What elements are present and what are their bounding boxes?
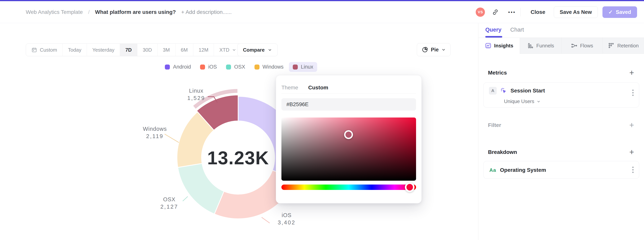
tab-flows[interactable]: Flows bbox=[561, 38, 603, 54]
range-label: Custom bbox=[40, 47, 57, 53]
range-today[interactable]: Today bbox=[63, 44, 87, 56]
avatar[interactable]: VS bbox=[476, 8, 485, 17]
chart-type-button[interactable]: Pie bbox=[417, 43, 450, 56]
check-icon: ✓ bbox=[608, 9, 613, 15]
query-sidebar: Query Chart Insights Funnels bbox=[478, 23, 644, 240]
add-description-button[interactable]: + Add description...... bbox=[181, 9, 232, 15]
chart-type-label: Pie bbox=[431, 47, 439, 53]
save-as-new-button[interactable]: Save As New bbox=[554, 6, 598, 18]
funnels-icon bbox=[527, 42, 534, 49]
slice-label-value: 1,529 bbox=[179, 94, 214, 102]
tab-query[interactable]: Query bbox=[485, 27, 502, 38]
breakdown-kebab-menu[interactable] bbox=[632, 167, 634, 173]
breakdown-card[interactable]: Aa Operating System bbox=[484, 161, 639, 179]
tab-custom[interactable]: Custom bbox=[308, 85, 328, 91]
aggregation-label: Unique Users bbox=[504, 98, 534, 104]
legend-swatch bbox=[200, 65, 205, 70]
breadcrumb-root[interactable]: Web Analytics Template bbox=[26, 9, 83, 15]
slice-label-name: OSX bbox=[148, 196, 190, 203]
range-label: 12M bbox=[199, 47, 208, 53]
retention-icon bbox=[608, 42, 614, 49]
legend-label: iOS bbox=[208, 64, 217, 70]
metric-card[interactable]: A Session Start Unique Users bbox=[484, 82, 639, 107]
more-menu-button[interactable]: ••• bbox=[506, 7, 517, 18]
slice-label-osx: OSX 2,127 bbox=[148, 196, 190, 210]
saturation-picker-handle[interactable] bbox=[344, 130, 353, 139]
range-6m[interactable]: 6M bbox=[176, 44, 193, 56]
legend-swatch bbox=[226, 65, 231, 70]
calendar-icon bbox=[31, 47, 37, 53]
range-label: Today bbox=[68, 47, 81, 53]
legend-swatch bbox=[165, 65, 170, 70]
tab-insights[interactable]: Insights bbox=[478, 38, 520, 54]
saturation-gradient-area[interactable] bbox=[282, 117, 416, 181]
popup-divider bbox=[282, 93, 416, 94]
add-breakdown-button[interactable]: + bbox=[628, 148, 636, 156]
legend-swatch bbox=[254, 65, 260, 70]
range-label: 7D bbox=[126, 47, 132, 53]
tab-theme[interactable]: Theme bbox=[282, 85, 298, 91]
chevron-down-icon bbox=[537, 100, 540, 103]
add-metric-button[interactable]: + bbox=[628, 69, 636, 77]
range-30d[interactable]: 30D bbox=[137, 44, 158, 56]
pie-chart-icon bbox=[422, 46, 428, 53]
header-divider bbox=[520, 8, 520, 16]
range-label: 30D bbox=[143, 47, 152, 53]
close-button[interactable]: Close bbox=[526, 9, 550, 15]
legend-item-ios[interactable]: iOS bbox=[196, 62, 221, 72]
tab-funnels[interactable]: Funnels bbox=[520, 38, 561, 54]
insights-icon bbox=[485, 42, 492, 49]
header: Web Analytics Template / What platform a… bbox=[0, 1, 644, 23]
legend-swatch bbox=[293, 65, 298, 70]
compare-button[interactable]: Compare bbox=[237, 44, 278, 56]
metrics-heading: Metrics bbox=[488, 70, 507, 76]
slice-label-name: iOS bbox=[266, 211, 308, 219]
flows-icon bbox=[571, 42, 578, 49]
breakdown-name: Operating System bbox=[500, 167, 546, 173]
slice-label-value: 3,402 bbox=[266, 219, 308, 226]
hue-slider-handle[interactable] bbox=[405, 182, 414, 192]
metric-row: A Session Start bbox=[489, 87, 545, 95]
saved-button[interactable]: ✓ Saved bbox=[602, 6, 637, 18]
range-yesterday[interactable]: Yesterday bbox=[87, 44, 120, 56]
hex-color-input[interactable]: #B2596E bbox=[282, 98, 416, 111]
breakdown-row: Aa Operating System bbox=[489, 161, 546, 179]
range-12m[interactable]: 12M bbox=[193, 44, 214, 56]
header-actions: VS ••• Close Save As New ✓ Saved bbox=[476, 1, 637, 23]
chevron-down-icon bbox=[268, 48, 272, 52]
slice-label-value: 2,127 bbox=[148, 203, 190, 210]
link-icon bbox=[492, 9, 499, 16]
metric-kebab-menu[interactable] bbox=[632, 90, 634, 96]
share-link-button[interactable] bbox=[490, 7, 501, 18]
legend-item-android[interactable]: Android bbox=[161, 62, 195, 72]
sidebar-tabs: Query Chart bbox=[478, 23, 644, 38]
metric-aggregation-dropdown[interactable]: Unique Users bbox=[504, 98, 540, 104]
color-picker-popup: Theme Custom #B2596E bbox=[276, 75, 422, 203]
top-accent-bar bbox=[0, 0, 644, 1]
slice-label-value: 2,119 bbox=[134, 133, 176, 140]
range-3m[interactable]: 3M bbox=[158, 44, 176, 56]
hue-slider[interactable] bbox=[282, 184, 416, 190]
date-range-control: Custom Today Yesterday 7D 30D 3M 6M 12M … bbox=[26, 44, 242, 56]
legend-label: OSX bbox=[234, 64, 245, 70]
tab-chart[interactable]: Chart bbox=[510, 27, 524, 38]
compare-label: Compare bbox=[243, 47, 265, 53]
donut-center-total: 13.23K bbox=[200, 147, 276, 168]
saved-label: Saved bbox=[616, 9, 631, 15]
slice-label-ios: iOS 3,402 bbox=[266, 211, 308, 226]
view-tab-label: Insights bbox=[494, 43, 514, 49]
view-tab-label: Flows bbox=[580, 43, 593, 49]
add-filter-button[interactable]: + bbox=[628, 121, 636, 129]
range-7d[interactable]: 7D bbox=[120, 44, 137, 56]
ellipsis-icon: ••• bbox=[508, 9, 516, 15]
tab-retention[interactable]: Retention bbox=[603, 38, 644, 54]
metric-name: Session Start bbox=[510, 88, 545, 94]
breakdown-heading: Breakdown bbox=[488, 149, 517, 155]
filter-heading: Filter bbox=[488, 122, 501, 128]
legend-item-windows[interactable]: Windows bbox=[251, 62, 288, 72]
range-label: 6M bbox=[181, 47, 188, 53]
page-title[interactable]: What platform are users using? bbox=[95, 9, 176, 15]
range-custom[interactable]: Custom bbox=[26, 44, 63, 56]
legend-item-linux[interactable]: Linux bbox=[289, 62, 317, 72]
legend-item-osx[interactable]: OSX bbox=[222, 62, 249, 72]
